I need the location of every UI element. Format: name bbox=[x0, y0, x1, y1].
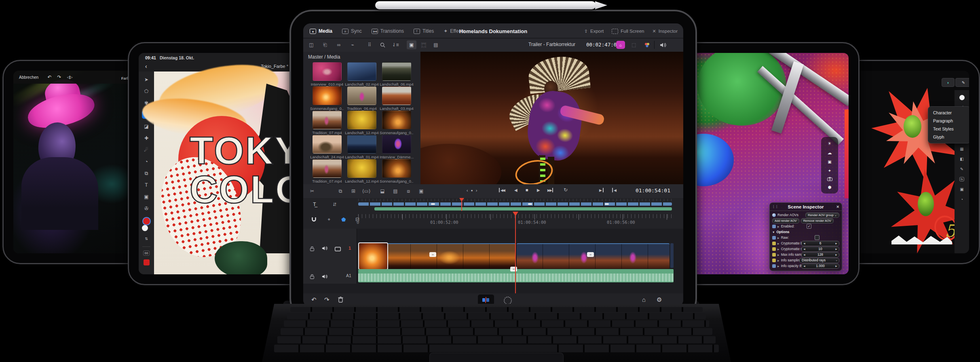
tokyo-canvas[interactable]: TOKYO COLOR bbox=[154, 72, 302, 274]
media-tile[interactable]: Landschaft_03.mp4 bbox=[380, 86, 414, 111]
selection-box-icon[interactable]: ⬚ bbox=[629, 40, 639, 49]
gradient-icon[interactable]: ◧ bbox=[960, 157, 963, 161]
media-tile[interactable]: Landschaft_12.mp4 bbox=[345, 111, 379, 135]
flag-icon[interactable]: ⬟ bbox=[339, 215, 348, 224]
stop-button[interactable]: ■ bbox=[526, 187, 528, 192]
clip-thumbnail[interactable] bbox=[313, 135, 342, 154]
options-row[interactable]: ▼ Options bbox=[770, 229, 842, 235]
clip-thumbnail[interactable] bbox=[313, 62, 342, 81]
swap-colors-icon[interactable]: ⇅ bbox=[142, 235, 151, 243]
loop-button[interactable]: ↻ bbox=[564, 187, 568, 193]
undo-icon[interactable]: ↶ bbox=[311, 296, 317, 303]
place-image-icon[interactable]: ▣ bbox=[142, 193, 151, 201]
clip-marker-badge[interactable]: ‹› bbox=[587, 252, 594, 257]
lock-icon[interactable] bbox=[310, 274, 315, 281]
camera-icon[interactable] bbox=[827, 177, 832, 181]
panel-titlebar[interactable]: ⋮⋮ Scene Inspector ✕ bbox=[770, 203, 842, 211]
expand-icon[interactable]: ▶ bbox=[777, 236, 779, 239]
type-tool-icon[interactable]: T bbox=[142, 181, 151, 189]
search-icon[interactable] bbox=[378, 40, 387, 49]
expand-icon[interactable]: ▶ bbox=[777, 242, 779, 245]
insert-clip-icon[interactable]: ⟨▭⟩ bbox=[361, 187, 371, 196]
media-tile[interactable]: Sonnenaufgang_0... bbox=[380, 111, 414, 135]
add-render-aov-button[interactable]: Add render AOV bbox=[772, 218, 799, 223]
menu-item-character[interactable]: Character bbox=[928, 109, 969, 117]
viewer[interactable] bbox=[420, 52, 683, 184]
tool-mode-icon[interactable]: Т̲ bbox=[310, 200, 319, 209]
media-tile[interactable]: Landschaft_02.mp4 bbox=[345, 62, 379, 86]
layers-icon[interactable]: ⬢ bbox=[828, 185, 832, 189]
wand-icon[interactable]: ✦ bbox=[828, 168, 831, 173]
ripple-overwrite-icon[interactable]: ▤ bbox=[391, 187, 400, 196]
clip-thumbnail[interactable] bbox=[382, 86, 411, 105]
speaker-icon[interactable] bbox=[658, 40, 668, 49]
environment-icon[interactable]: ☁ bbox=[828, 150, 832, 156]
back-icon[interactable]: ‹ bbox=[145, 63, 147, 69]
clip-marker-badge[interactable]: ‹› bbox=[429, 252, 436, 257]
go-to-start-button[interactable]: ◀ bbox=[612, 188, 617, 192]
clip-thumbnail[interactable] bbox=[347, 86, 376, 105]
clip-thumbnail[interactable] bbox=[313, 159, 342, 178]
color-page-button[interactable] bbox=[504, 297, 512, 305]
overwrite-clip-icon[interactable]: ⬓ bbox=[378, 187, 387, 196]
play-reverse-button[interactable]: ◀ bbox=[514, 188, 517, 192]
clip-thumbnail[interactable] bbox=[347, 111, 376, 129]
media-tile[interactable]: Landschaft_24.mp4 bbox=[310, 135, 344, 159]
eraser-tool-icon[interactable]: ◪ bbox=[142, 122, 151, 130]
trim-mode-icon[interactable]: ⮃ bbox=[330, 200, 340, 209]
drag-handle-icon[interactable]: ⋮⋮ bbox=[772, 205, 778, 208]
audio-marker-badge[interactable]: ‹› bbox=[510, 267, 517, 272]
play-button[interactable]: ▶ bbox=[537, 188, 540, 192]
clip-thumbnail[interactable] bbox=[382, 62, 411, 81]
place-on-top-icon[interactable]: ⧉ bbox=[336, 187, 345, 196]
minimap-playhead-line[interactable] bbox=[461, 200, 462, 211]
move-tool-icon[interactable]: ➤ bbox=[142, 76, 151, 84]
import-media-icon[interactable]: ⎗ bbox=[320, 40, 330, 49]
heal-tool-icon[interactable]: ✚ bbox=[142, 134, 151, 142]
still-image-icon[interactable]: ▣ bbox=[416, 187, 426, 196]
media-tile[interactable]: Interview_Dämme... bbox=[380, 135, 414, 159]
redo-icon[interactable]: ↷ bbox=[57, 74, 61, 80]
foreground-color-swatch[interactable] bbox=[142, 217, 151, 225]
trash-icon[interactable] bbox=[338, 297, 343, 304]
clip-thumbnail[interactable] bbox=[313, 111, 342, 129]
cryptomatte-bins-slider[interactable]: ◄6► bbox=[801, 241, 839, 246]
media-tile[interactable]: Sonnenaufgang_0... bbox=[380, 159, 414, 183]
sort-icon[interactable]: ⇃≡ bbox=[391, 40, 400, 49]
expand-icon[interactable]: ▶ bbox=[777, 248, 779, 250]
max-info-samples-slider[interactable]: ◄128► bbox=[801, 252, 839, 257]
crop-tool-icon[interactable]: ⧉ bbox=[142, 169, 151, 177]
brush-size-badge[interactable]: 66 bbox=[143, 250, 150, 256]
photos-icon[interactable]: ▣ bbox=[828, 160, 831, 164]
cancel-button[interactable]: Abbrechen bbox=[19, 75, 38, 80]
monitor-icon[interactable] bbox=[335, 246, 341, 253]
append-clip-icon[interactable]: ⊞ bbox=[348, 187, 358, 196]
lasso-tool-icon[interactable]: ⬠ bbox=[142, 87, 151, 95]
close-icon[interactable]: ✕ bbox=[836, 205, 839, 209]
media-tile[interactable]: Landschaft_06.mp4 bbox=[380, 62, 414, 86]
timeline-ruler-row[interactable]: ⌖ ⬟ ⊟ 0 01:00:52:00 01:00:54:00 01:00:56… bbox=[303, 212, 683, 229]
raw-checkbox[interactable] bbox=[815, 235, 819, 240]
menu-item-glyph[interactable]: Glyph bbox=[928, 133, 969, 141]
media-tile[interactable]: Tradition_07.mp4 bbox=[310, 159, 344, 183]
clip-thumbnail[interactable] bbox=[347, 135, 376, 154]
go-to-end-button[interactable]: ▶ bbox=[599, 188, 604, 192]
home-icon[interactable]: ⌂ bbox=[642, 296, 646, 303]
enabled-checkbox[interactable]: ✓ bbox=[807, 224, 811, 229]
redo-icon[interactable]: ↷ bbox=[324, 296, 329, 303]
swatch-grid-icon[interactable]: ▦ bbox=[960, 147, 963, 151]
timeline-clip-partial[interactable] bbox=[670, 243, 674, 268]
settings-gear-icon[interactable]: ⚙ bbox=[657, 296, 662, 303]
media-tile[interactable]: Interview_010.mp4 bbox=[310, 62, 344, 86]
expand-icon[interactable]: ▶ bbox=[777, 253, 779, 256]
mute-icon[interactable] bbox=[322, 245, 328, 253]
clip-thumbnail[interactable] bbox=[382, 135, 411, 154]
remove-render-aov-button[interactable]: Remove render AOV bbox=[801, 218, 834, 223]
playhead-line[interactable] bbox=[515, 213, 516, 293]
expand-icon[interactable]: ▶ bbox=[777, 225, 779, 228]
brush-panel-icon[interactable]: ✎ bbox=[960, 167, 963, 171]
expand-icon[interactable]: ▶ bbox=[777, 259, 779, 262]
grab-still-icon[interactable]: ⌂ bbox=[616, 41, 625, 49]
view-thumbnail-icon[interactable]: ▣ bbox=[407, 40, 416, 49]
export-button[interactable]: ⇪Export bbox=[584, 29, 604, 34]
